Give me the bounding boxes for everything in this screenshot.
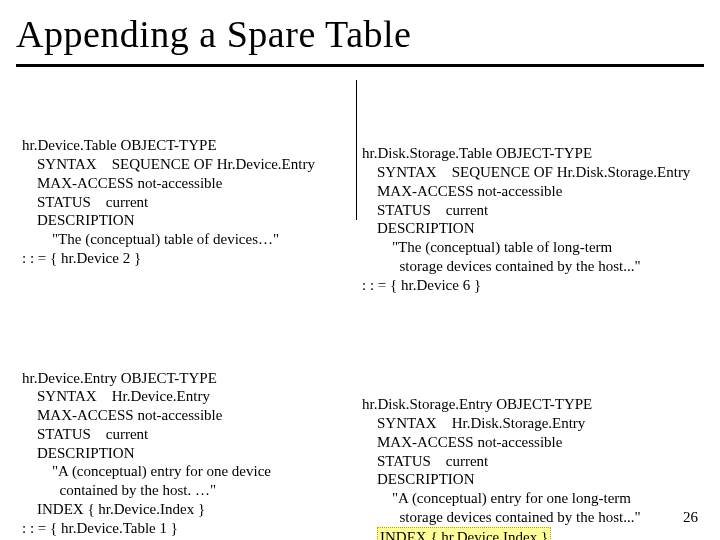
code-line: "A (conceptual) entry for one device [22, 463, 271, 479]
code-line: DESCRIPTION [22, 445, 135, 461]
code-line: "The (conceptual) table of devices…" [22, 231, 279, 247]
code-line: "A (conceptual) entry for one long-term [362, 490, 631, 506]
right-column: hr.Disk.Storage.Table OBJECT-TYPE SYNTAX… [362, 88, 712, 540]
code-line: SYNTAX SEQUENCE OF Hr.Disk.Storage.Entry [362, 164, 690, 180]
page-number: 26 [683, 509, 698, 526]
code-line [362, 529, 377, 541]
code-line: : : = { hr.Device 2 } [22, 250, 141, 266]
mib-block-disk-storage-entry: hr.Disk.Storage.Entry OBJECT-TYPE SYNTAX… [362, 377, 712, 541]
code-line: MAX-ACCESS not-accessible [362, 183, 562, 199]
code-line: INDEX { hr.Device.Index } [22, 501, 205, 517]
slide: Appending a Spare Table hr.Device.Table … [0, 0, 720, 540]
slide-title: Appending a Spare Table [16, 6, 704, 67]
code-line: : : = { hr.Device 6 } [362, 277, 481, 293]
code-line: STATUS current [22, 426, 148, 442]
code-line: hr.Disk.Storage.Entry OBJECT-TYPE [362, 396, 592, 412]
code-line: STATUS current [22, 194, 148, 210]
content-area: hr.Device.Table OBJECT-TYPE SYNTAX SEQUE… [0, 80, 720, 500]
code-line: DESCRIPTION [22, 212, 135, 228]
code-line: hr.Device.Table OBJECT-TYPE [22, 137, 217, 153]
code-line: storage devices contained by the host...… [362, 258, 641, 274]
code-line: "The (conceptual) table of long-term [362, 239, 612, 255]
code-line: : : = { hr.Device.Table 1 } [22, 520, 178, 536]
code-line: contained by the host. …" [22, 482, 216, 498]
highlight-index-line: INDEX { hr.Device.Index } [377, 527, 551, 541]
code-line: SYNTAX Hr.Disk.Storage.Entry [362, 415, 585, 431]
title-wrap: Appending a Spare Table [16, 6, 704, 67]
code-line: DESCRIPTION [362, 220, 475, 236]
code-line: MAX-ACCESS not-accessible [362, 434, 562, 450]
code-line: DESCRIPTION [362, 471, 475, 487]
code-line: MAX-ACCESS not-accessible [22, 175, 222, 191]
code-line: STATUS current [362, 202, 488, 218]
code-line: SYNTAX Hr.Device.Entry [22, 388, 210, 404]
mib-block-device-entry: hr.Device.Entry OBJECT-TYPE SYNTAX Hr.De… [22, 350, 362, 540]
code-line: hr.Device.Entry OBJECT-TYPE [22, 370, 217, 386]
code-line: STATUS current [362, 453, 488, 469]
code-line: hr.Disk.Storage.Table OBJECT-TYPE [362, 145, 592, 161]
left-column: hr.Device.Table OBJECT-TYPE SYNTAX SEQUE… [22, 80, 362, 540]
code-line: MAX-ACCESS not-accessible [22, 407, 222, 423]
mib-block-disk-storage-table: hr.Disk.Storage.Table OBJECT-TYPE SYNTAX… [362, 126, 712, 314]
code-line: storage devices contained by the host...… [362, 509, 641, 525]
mib-block-device-table: hr.Device.Table OBJECT-TYPE SYNTAX SEQUE… [22, 118, 362, 287]
code-line: SYNTAX SEQUENCE OF Hr.Device.Entry [22, 156, 315, 172]
